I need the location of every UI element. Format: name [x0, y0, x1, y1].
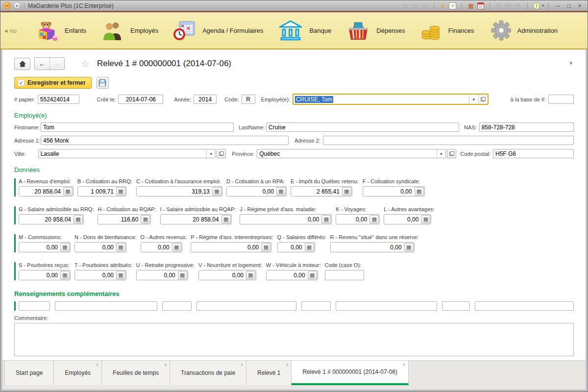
amount-input[interactable] — [199, 270, 245, 280]
tab-start-page[interactable]: Start page — [4, 361, 54, 385]
ville-dropdown-icon[interactable]: ▾ — [206, 149, 215, 158]
calculator-icon[interactable]: ▦ — [276, 187, 286, 196]
info-dropdown-icon[interactable]: ▾ — [542, 3, 544, 8]
calendar-icon[interactable]: 31 — [476, 2, 485, 10]
back-button[interactable]: ← — [35, 58, 49, 70]
ville-input[interactable] — [39, 149, 207, 158]
nav-item-enfants[interactable]: Enfants — [36, 20, 86, 41]
calculator-icon[interactable]: ▦ — [116, 243, 125, 251]
rens-value-input-2[interactable] — [196, 301, 296, 311]
amount-input[interactable] — [75, 270, 116, 280]
add-favorite-icon[interactable]: ★ — [439, 2, 447, 10]
calculator-icon[interactable]: ▦ — [141, 215, 150, 223]
calculator-icon[interactable]: ▦ — [321, 215, 331, 223]
ville-open-button[interactable] — [217, 149, 226, 158]
amount-input[interactable] — [137, 187, 212, 196]
nav-item-banque[interactable]: Banque — [278, 20, 331, 41]
calculator-icon[interactable]: ▦ — [342, 187, 351, 196]
calculator-icon[interactable]: ▦ — [116, 187, 125, 196]
amount-input[interactable] — [137, 270, 177, 280]
nav-item-administration[interactable]: Administration — [490, 20, 558, 41]
tab-close-icon[interactable]: x — [241, 362, 244, 367]
lastname-input[interactable] — [266, 122, 459, 132]
tab-transactions-de-paie[interactable]: x Transactions de paie — [170, 361, 246, 385]
amount-input[interactable] — [78, 187, 116, 196]
amount-input[interactable] — [19, 215, 73, 224]
amount-input[interactable] — [191, 243, 261, 252]
amount-input[interactable] — [278, 243, 304, 252]
rens-code-input-4[interactable] — [442, 301, 470, 311]
save-and-close-button[interactable]: ✓ Enregistrer et fermer — [14, 77, 92, 89]
calculator-icon[interactable]: ▦ — [246, 271, 255, 279]
nas-input[interactable] — [479, 122, 574, 132]
amount-input[interactable] — [267, 270, 307, 280]
nav-item-agenda[interactable]: Agenda / Formulaires — [173, 20, 263, 41]
calculator-icon[interactable]: ▦ — [63, 187, 73, 196]
code-case-o-input[interactable] — [325, 270, 364, 280]
postal-input[interactable] — [493, 149, 574, 158]
calculator-icon[interactable]: ▦ — [172, 243, 181, 251]
employe-combobox[interactable]: CRUISE, Tom ▾ — [293, 94, 489, 105]
amount-input[interactable] — [291, 187, 342, 196]
papier-input[interactable] — [38, 95, 79, 104]
amount-input[interactable] — [19, 270, 60, 280]
province-open-button[interactable] — [447, 149, 456, 158]
calculator-icon[interactable]: ▦ — [212, 187, 221, 196]
close-form-icon[interactable]: × — [569, 59, 573, 67]
favorites-icon[interactable]: ★ — [448, 2, 457, 10]
cree-le-input[interactable] — [118, 95, 163, 104]
calculator-icon[interactable]: ▦ — [60, 243, 70, 251]
employe-open-icon[interactable] — [478, 95, 488, 104]
tab-releve-1[interactable]: x Relevé 1 — [246, 361, 292, 385]
close-button[interactable]: × — [575, 2, 585, 9]
nav-item-employes[interactable]: Employés — [101, 21, 158, 40]
rens-code-input-2[interactable] — [162, 301, 192, 311]
annee-input[interactable] — [194, 95, 217, 104]
calculator-icon[interactable]: ▦ — [404, 243, 414, 251]
minimize-button[interactable]: – — [553, 2, 563, 9]
calculator-icon[interactable]: ▦ — [421, 215, 430, 223]
tab-feuilles-de-temps[interactable]: x Feuilles de temps — [102, 361, 170, 385]
tab-employes[interactable]: x Employés — [54, 361, 102, 385]
base-input[interactable] — [548, 95, 574, 104]
adresse2-input[interactable] — [323, 136, 574, 145]
forward-button[interactable]: → — [49, 58, 64, 70]
amount-input[interactable] — [240, 215, 321, 224]
amount-input[interactable] — [19, 243, 60, 252]
tab-close-icon[interactable]: x — [403, 362, 405, 367]
rens-value-input-4[interactable] — [475, 301, 574, 311]
adresse1-input[interactable] — [41, 136, 289, 145]
calculator-icon[interactable]: ▦ — [466, 2, 475, 10]
amount-input[interactable] — [363, 187, 414, 196]
calculator-icon[interactable]: ▦ — [178, 271, 187, 279]
commentaire-textarea[interactable] — [14, 323, 574, 356]
amount-input[interactable] — [384, 215, 420, 224]
nav-item-finances[interactable]: Finances — [420, 21, 474, 40]
tab-close-icon[interactable]: x — [286, 362, 289, 367]
menu-collapse-button[interactable]: ◂ nu — [4, 27, 26, 34]
calculator-icon[interactable]: ▦ — [60, 271, 70, 279]
amount-input[interactable] — [19, 187, 63, 196]
province-dropdown-icon[interactable]: ▾ — [437, 149, 445, 158]
calculator-icon[interactable]: ▦ — [415, 187, 424, 196]
calculator-icon[interactable]: ▦ — [116, 271, 125, 279]
favorite-star-icon[interactable]: ☆ — [81, 58, 90, 70]
amount-input[interactable] — [161, 215, 221, 224]
calculator-icon[interactable]: ▦ — [74, 215, 83, 223]
ville-combobox[interactable]: ▾ — [38, 149, 216, 158]
amount-input[interactable] — [98, 215, 140, 224]
firstname-input[interactable] — [41, 122, 234, 132]
amount-input[interactable] — [75, 243, 116, 252]
system-menu-button[interactable]: ▾ — [13, 2, 21, 9]
calculator-icon[interactable]: ▦ — [308, 271, 317, 279]
calculator-icon[interactable]: ▦ — [369, 215, 379, 223]
info-button[interactable]: i — [532, 2, 541, 10]
tab-releve-1-detail-active[interactable]: x Relevé 1 # 000000001 (2014-07-06) — [292, 361, 408, 385]
nav-item-depenses[interactable]: Dépenses — [346, 20, 405, 41]
code-input[interactable] — [242, 95, 255, 104]
tab-close-icon[interactable]: x — [165, 362, 167, 367]
amount-input[interactable] — [227, 187, 276, 196]
rens-value-input-1[interactable] — [55, 301, 157, 311]
maximize-button[interactable]: □ — [564, 2, 574, 9]
calculator-icon[interactable]: ▦ — [261, 243, 270, 251]
